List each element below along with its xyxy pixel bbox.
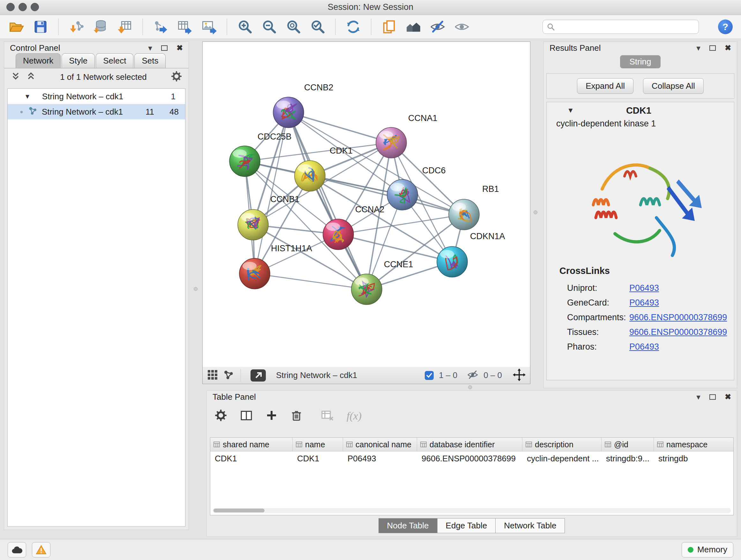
memory-button[interactable]: Memory	[682, 542, 733, 557]
zoom-selected-button[interactable]	[310, 19, 326, 35]
views-button[interactable]	[405, 19, 421, 35]
export-image-button[interactable]	[201, 19, 217, 35]
panel-menu-icon[interactable]: ▾	[148, 44, 152, 53]
collapse-all-networks-icon[interactable]	[26, 71, 36, 83]
crosslink-link[interactable]: P06493	[629, 283, 659, 293]
crosslink-link[interactable]: P06493	[629, 298, 659, 308]
hide-selected-button[interactable]	[429, 19, 446, 35]
gear-icon[interactable]	[171, 71, 182, 83]
main-toolbar: ?	[0, 15, 741, 39]
pan-crosshair-icon[interactable]	[513, 368, 526, 382]
table-row[interactable]: CDK1CDK1P064939606.ENSP00000378699cyclin…	[210, 451, 733, 465]
panel-float-icon[interactable]	[161, 45, 167, 51]
import-network-icon	[68, 19, 84, 35]
table-settings-gear-icon[interactable]	[214, 409, 227, 423]
collapse-caret-icon[interactable]: ▼	[567, 106, 574, 115]
export-table-button[interactable]	[177, 19, 193, 35]
network-edge[interactable]	[288, 112, 367, 289]
save-session-button[interactable]	[32, 19, 49, 35]
network-node-rb1[interactable]: RB1	[449, 184, 499, 230]
expand-all-button[interactable]: Expand All	[577, 78, 633, 94]
tab-node-table[interactable]: Node Table	[379, 518, 437, 533]
column-header-@id[interactable]: @id	[602, 438, 654, 451]
node-gloss-highlight	[241, 213, 255, 221]
warnings-button[interactable]	[32, 542, 51, 557]
panel-float-icon[interactable]	[710, 45, 716, 51]
zoom-in-button[interactable]	[237, 19, 253, 35]
divider-handle[interactable]	[194, 287, 198, 291]
network-view-icon[interactable]	[223, 369, 234, 381]
expand-all-networks-icon[interactable]	[10, 71, 21, 83]
refresh-layout-button[interactable]	[345, 19, 361, 35]
import-database-button[interactable]	[92, 19, 109, 35]
panel-float-icon[interactable]	[710, 394, 716, 400]
open-folder-icon	[8, 19, 24, 35]
network-row-selected[interactable]: ● String Network – cdk1 11 48	[8, 104, 185, 119]
network-edge[interactable]	[255, 273, 367, 289]
network-collection-row[interactable]: ▼ String Network – cdk1 1	[8, 89, 185, 104]
import-table-button[interactable]	[117, 19, 133, 35]
divider-handle[interactable]	[468, 385, 472, 389]
zoom-fit-button[interactable]	[285, 19, 301, 35]
birdseye-view-button[interactable]	[251, 369, 266, 381]
column-header-canonical-name[interactable]: canonical name	[343, 438, 417, 451]
tree-expanded-icon[interactable]: ▼	[24, 93, 30, 100]
column-header-namespace[interactable]: namespace	[654, 438, 734, 451]
documents-icon	[381, 19, 397, 35]
network-label: String Network – cdk1	[42, 107, 141, 117]
network-edge-count: 48	[170, 107, 179, 117]
crosslink-label: GeneCard:	[567, 298, 629, 308]
gene-header[interactable]: ▼ CDK1	[547, 102, 734, 119]
show-all-button[interactable]	[454, 19, 470, 35]
gene-description: cyclin-dependent kinase 1	[547, 119, 734, 132]
tab-edge-table[interactable]: Edge Table	[437, 518, 496, 533]
tab-network-table[interactable]: Network Table	[495, 518, 565, 533]
tab-string[interactable]: String	[620, 55, 661, 68]
network-canvas[interactable]: CCNB2CCNA1CDC25BCDK1CDC6RB1CCNB1CCNA2CDK…	[202, 42, 530, 367]
search-input[interactable]	[558, 22, 695, 32]
selected-nodes-checkbox[interactable]	[425, 371, 434, 380]
panel-close-icon[interactable]: ✖	[725, 44, 731, 52]
table-cell: 9606.ENSP00000378699	[417, 454, 522, 463]
network-node-hist1h1a[interactable]: HIST1H1A	[239, 244, 312, 289]
crosslink-link[interactable]: P06493	[629, 342, 659, 352]
control-panel-tabs: NetworkStyleSelectSets	[4, 54, 189, 68]
expand-collapse-box: Expand All Collapse All	[546, 73, 734, 99]
network-node-ccne1[interactable]: CCNE1	[351, 260, 413, 305]
crosslink-link[interactable]: 9606.ENSP00000378699	[629, 313, 727, 322]
tab-style[interactable]: Style	[62, 53, 95, 68]
column-header-database-identifier[interactable]: database identifier	[417, 438, 522, 451]
add-column-icon[interactable]	[266, 409, 278, 423]
panel-menu-icon[interactable]: ▾	[696, 392, 700, 401]
open-session-button[interactable]	[8, 19, 24, 35]
zoom-out-button[interactable]	[261, 19, 277, 35]
delete-column-icon[interactable]	[290, 409, 302, 423]
tab-sets[interactable]: Sets	[134, 53, 165, 68]
tab-network[interactable]: Network	[16, 53, 61, 68]
network-node-ccna1[interactable]: CCNA1	[376, 113, 437, 158]
divider-handle[interactable]	[534, 210, 537, 214]
select-columns-icon[interactable]	[240, 409, 253, 423]
crosslink-link[interactable]: 9606.ENSP00000378699	[629, 327, 727, 337]
import-network-button[interactable]	[68, 19, 84, 35]
grid-view-icon[interactable]	[207, 369, 218, 381]
column-header-shared-name[interactable]: shared name	[210, 438, 293, 451]
column-grid-icon	[657, 440, 664, 449]
column-header-name[interactable]: name	[293, 438, 343, 451]
help-button[interactable]: ?	[718, 19, 733, 34]
toolbar-separator	[335, 18, 336, 35]
export-network-button[interactable]	[152, 19, 169, 35]
collapse-all-button[interactable]: Collapse All	[643, 78, 704, 94]
hidden-counts: 0 – 0	[483, 370, 502, 380]
node-gloss-highlight	[232, 149, 247, 158]
panel-menu-icon[interactable]: ▾	[696, 44, 700, 53]
copy-style-button[interactable]	[381, 19, 397, 35]
network-node-cdkn1a[interactable]: CDKN1A	[437, 232, 505, 277]
column-header-description[interactable]: description	[522, 438, 602, 451]
scrollbar-thumb[interactable]	[213, 509, 265, 512]
tab-select[interactable]: Select	[96, 53, 133, 68]
panel-close-icon[interactable]: ✖	[725, 392, 731, 401]
network-edge[interactable]	[288, 112, 391, 143]
panel-close-icon[interactable]: ✖	[177, 44, 183, 52]
cloud-button[interactable]	[8, 542, 26, 557]
